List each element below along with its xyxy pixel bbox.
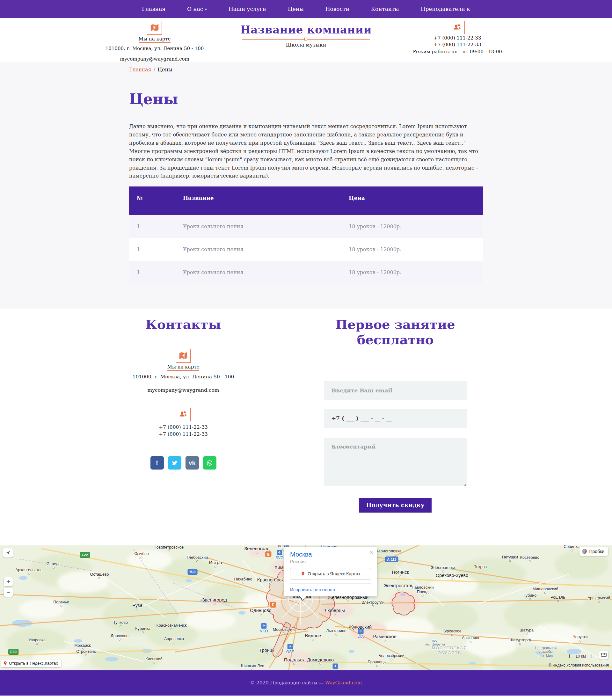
contacts-section: Контакты Мы на карте 101000, г. Москва, … xyxy=(0,309,612,545)
vk-icon[interactable]: vk xyxy=(185,456,199,470)
map-label: Петушки xyxy=(502,555,518,562)
waygrand-link[interactable]: WayGrand.com xyxy=(325,680,362,686)
page: ГлавнаяО нас▾Наши услугиЦеныНовостиКонта… xyxy=(0,0,612,696)
fix-inaccuracy-link[interactable]: Исправить неточность xyxy=(290,587,336,592)
map-label: Уршельский xyxy=(588,596,610,603)
terms-link[interactable]: Условия использования xyxy=(567,663,609,668)
map-label: Рошаль xyxy=(551,595,565,602)
map-label: Лыткарино xyxy=(326,629,346,635)
intro-text: Давно выяснено, что при оценке дизайна и… xyxy=(129,122,483,180)
map-label: Покров xyxy=(473,564,487,572)
yandex-map[interactable]: Москва Россия Открыть в Яндекс.Картах Ис… xyxy=(0,545,612,670)
map-label: Архангельское xyxy=(15,568,43,575)
map-link[interactable]: Мы на карте xyxy=(167,364,199,371)
breadcrumb-current: Цены xyxy=(157,67,172,73)
map-label: Собинка xyxy=(564,545,580,551)
map-copyright: © Яндекс Условия использования xyxy=(548,663,609,668)
nav-item[interactable]: О нас▾ xyxy=(176,0,218,18)
map-label: Апрелевка xyxy=(164,636,184,644)
map-label: Середа xyxy=(46,562,60,569)
road-badge: Е22 xyxy=(80,552,90,558)
traffic-button[interactable]: Пробки xyxy=(580,547,608,556)
nav-item[interactable]: Контакты xyxy=(360,0,410,18)
map-label: Истра xyxy=(209,560,222,568)
contacts-column: Контакты Мы на карте 101000, г. Москва, … xyxy=(129,317,237,512)
map-label: Звенигород xyxy=(202,597,227,605)
map-label: Одинцово xyxy=(250,607,271,616)
zoom-in-button[interactable]: + xyxy=(4,577,13,586)
close-icon[interactable]: × xyxy=(369,549,373,556)
form-title: Первое занятиебесплатно xyxy=(324,317,467,347)
pin-icon xyxy=(3,660,7,666)
nav-item[interactable]: Главная xyxy=(131,0,176,18)
map-label: Бронницы xyxy=(367,660,386,667)
header-phone-1: +7 (000) 111-22-33 xyxy=(405,35,510,41)
map-label: Подольск xyxy=(284,657,304,665)
map-label: пос. им. Цюрупы xyxy=(425,639,445,646)
map-label: Тучково xyxy=(113,620,128,627)
airport-icon: ✈ZIA xyxy=(358,629,364,639)
road-badge: М-9 xyxy=(188,569,198,575)
support-icon xyxy=(176,408,191,421)
map-popup: Москва Россия Открыть в Яндекс.Картах Ис… xyxy=(284,547,377,597)
map-label: Осташёво xyxy=(90,572,109,579)
nav-item[interactable]: Преподаватели к xyxy=(410,0,481,18)
facebook-icon[interactable]: f xyxy=(151,456,164,470)
map-label: Московский xyxy=(273,627,295,634)
map-label: Шишкин Лес xyxy=(241,664,264,670)
open-yandex-maps-badge[interactable]: Открыть в Яндекс.Картах xyxy=(1,659,61,667)
map-icon xyxy=(147,22,162,35)
map-label: Шатура xyxy=(519,628,533,635)
ruler-button[interactable] xyxy=(599,650,608,659)
map-label: Новопетровское xyxy=(154,545,184,552)
map-label: Люберцы xyxy=(324,607,345,616)
footer-text: © 2020 Продающие сайты — xyxy=(250,680,324,686)
get-discount-button[interactable]: Получить скидку xyxy=(359,498,432,513)
social-links: fvk xyxy=(129,456,237,470)
discount-form: Получить скидку xyxy=(324,381,467,513)
map-label: Видное xyxy=(305,633,321,641)
header-brand: Название компании Школа музыки xyxy=(207,18,405,62)
twitter-icon[interactable] xyxy=(168,456,181,470)
zoom-out-button[interactable]: − xyxy=(4,588,13,597)
column-header: № xyxy=(129,186,175,215)
map-label: Сычёво xyxy=(135,551,149,559)
comment-field[interactable] xyxy=(324,438,467,486)
header-address: 101000, г. Москва, ул. Ленина 50 - 100 xyxy=(102,45,207,51)
map-label: Губино xyxy=(524,593,537,600)
nav-item[interactable]: Цены xyxy=(277,0,315,18)
map-link[interactable]: Мы на карте xyxy=(139,36,171,43)
road-badge: А-113 xyxy=(385,557,398,562)
lake-shape xyxy=(19,576,27,580)
breadcrumb-home-link[interactable]: Главная xyxy=(129,67,151,73)
map-label: Белоозёрский xyxy=(378,654,404,660)
map-label: Костерево xyxy=(520,555,539,562)
header-contacts-left: Мы на карте 101000, г. Москва, ул. Ленин… xyxy=(102,18,207,62)
map-label: Павловский Посад xyxy=(412,585,434,597)
email-field[interactable] xyxy=(324,381,467,400)
map-label: Уваровка xyxy=(28,638,45,645)
popup-country: Россия xyxy=(290,559,371,564)
map-label: Дорохово xyxy=(111,634,128,641)
map-label: Строитель xyxy=(76,649,96,656)
nav-item[interactable]: Новости xyxy=(315,0,360,18)
nav-item[interactable]: Наши услуги xyxy=(218,0,277,18)
airport-icon: ✈ xyxy=(333,663,338,669)
geolocation-button[interactable] xyxy=(3,548,13,558)
breadcrumb: Главная/Цены xyxy=(129,67,483,73)
map-label: Орехово-Зуево xyxy=(436,573,468,580)
lake-shape xyxy=(105,657,118,661)
phone-field[interactable] xyxy=(324,409,467,428)
chevron-down-icon: ▾ xyxy=(205,7,207,12)
table-row: 1Уроки сольного пения18 уроков - 12000р. xyxy=(129,215,483,238)
map-label: Краснознаменск xyxy=(156,623,187,630)
airport-icon: ✈VKO xyxy=(260,623,268,633)
map-icon xyxy=(176,349,191,363)
popup-city[interactable]: Москва xyxy=(290,551,371,558)
contacts-email: mycompany@waygrand.com xyxy=(129,387,237,393)
section-divider xyxy=(306,309,306,545)
map-label: Ногинск xyxy=(392,569,409,577)
whatsapp-icon[interactable] xyxy=(203,456,217,470)
open-in-yandex-maps-button[interactable]: Открыть в Яндекс.Картах xyxy=(290,568,371,579)
header-phone-2: +7 (000) 111-22-33 xyxy=(405,42,510,47)
